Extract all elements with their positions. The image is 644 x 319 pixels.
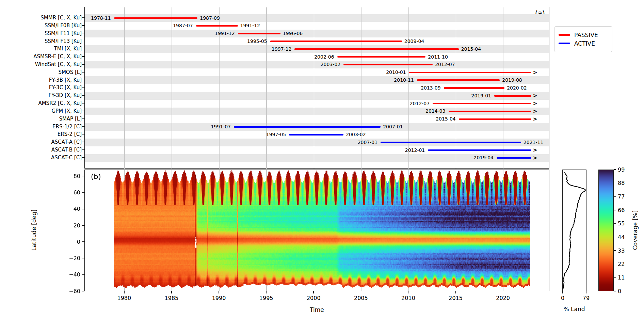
latitude-tick xyxy=(82,241,84,242)
mission-bar xyxy=(337,56,426,58)
mission-end-date: 1987-09 xyxy=(200,15,220,21)
legend-entry-passive: PASSIVE xyxy=(559,31,608,39)
time-tick xyxy=(313,291,314,293)
legend: PASSIVE ACTIVE xyxy=(554,26,612,52)
time-axis-label: Time xyxy=(310,306,324,313)
mission-start-date: 2010-01 xyxy=(386,69,406,75)
mission-bar xyxy=(196,25,238,27)
time-tick-label: 2000 xyxy=(307,295,321,301)
mission-bar xyxy=(114,17,198,19)
mission-start-date: 2012-01 xyxy=(405,147,425,153)
time-tick-label: 2020 xyxy=(496,295,510,301)
time-tick-label: 1990 xyxy=(212,295,226,301)
land-tick xyxy=(562,291,563,293)
latitude-tick-label: −40 xyxy=(69,271,80,278)
colorbar-tick xyxy=(614,169,616,170)
legend-active-label: ACTIVE xyxy=(574,40,595,47)
grid-line xyxy=(314,7,314,169)
land-tick xyxy=(586,291,586,293)
mission-start-date: 2019-01 xyxy=(471,93,492,99)
mission-row-stripe xyxy=(85,30,549,37)
mission-end-date: 1996-06 xyxy=(283,30,303,36)
panel-b-coverage-heatmap: (b) xyxy=(84,170,549,291)
colorbar-tick-label: 66 xyxy=(618,207,625,213)
colorbar-tick-label: 44 xyxy=(618,234,625,240)
mission-start-date: 2013-09 xyxy=(421,85,441,91)
active-line-swatch xyxy=(559,43,570,44)
mission-start-date: 1978-11 xyxy=(91,15,111,21)
time-tick xyxy=(408,291,409,293)
ongoing-arrow: > xyxy=(533,116,537,122)
mission-bar xyxy=(428,149,531,151)
latitude-tick xyxy=(82,209,84,209)
time-tick xyxy=(361,291,361,293)
colorbar-tick xyxy=(614,237,616,238)
mission-start-date: 2007-01 xyxy=(358,139,378,145)
latitude-tick xyxy=(82,274,84,275)
legend-entry-active: ACTIVE xyxy=(559,39,608,48)
mission-start-date: 1997-05 xyxy=(266,131,286,138)
ongoing-arrow: > xyxy=(533,109,537,114)
ongoing-arrow: > xyxy=(533,101,537,106)
land-axis-label: % Land xyxy=(563,306,585,313)
row-tick xyxy=(82,142,84,142)
latitude-tick-label: 40 xyxy=(74,206,80,212)
row-tick xyxy=(82,111,84,111)
coverage-heatmap-canvas xyxy=(85,170,549,291)
colorbar-canvas xyxy=(599,170,613,291)
time-tick-label: 2015 xyxy=(449,295,463,301)
mission-start-date: 2015-04 xyxy=(436,116,456,122)
colorbar-tick xyxy=(614,250,616,251)
ongoing-arrow: > xyxy=(533,93,537,98)
row-tick xyxy=(82,41,84,42)
grid-line xyxy=(266,7,267,169)
row-tick xyxy=(82,64,84,65)
mission-row-label: FY-3C [X, Ku] xyxy=(49,84,82,91)
time-tick-label: 1980 xyxy=(117,295,131,301)
colorbar xyxy=(598,170,614,291)
mission-start-date: 2002-06 xyxy=(314,54,334,60)
mission-end-date: 2021-11 xyxy=(524,139,544,145)
mission-row-label: SSM/I F08 [Ku] xyxy=(45,22,82,29)
mission-start-date: 1991-07 xyxy=(211,124,231,130)
mission-bar xyxy=(449,111,531,112)
colorbar-tick xyxy=(614,196,616,197)
mission-row-label: SSM/I F11 [Ku] xyxy=(45,30,82,36)
colorbar-tick-label: 88 xyxy=(618,180,625,186)
mission-start-date: 2012-07 xyxy=(410,100,430,107)
mission-row-label: ERS-2 [C] xyxy=(58,131,82,137)
row-tick xyxy=(82,25,84,26)
row-tick xyxy=(82,87,84,88)
mission-bar xyxy=(381,142,521,143)
panel-a-mission-timeline: (a) 1978-111987-091987-071991-121991-121… xyxy=(84,7,549,169)
mission-end-date: 1991-12 xyxy=(240,22,260,29)
grid-line xyxy=(124,7,125,169)
mission-bar xyxy=(444,87,505,89)
latitude-tick-label: −20 xyxy=(69,255,80,261)
mission-row-label: ERS-1/2 [C] xyxy=(52,124,82,130)
legend-passive-label: PASSIVE xyxy=(574,32,598,38)
colorbar-tick-label: 77 xyxy=(618,193,625,200)
colorbar-tick xyxy=(614,264,616,265)
latitude-tick xyxy=(82,225,84,226)
time-tick xyxy=(455,291,456,293)
latitude-tick-label: 80 xyxy=(74,173,80,179)
passive-line-swatch xyxy=(559,34,570,36)
latitude-tick-label: −60 xyxy=(69,288,80,294)
ongoing-arrow: > xyxy=(533,70,537,75)
colorbar-tick-label: 11 xyxy=(618,274,625,281)
row-tick xyxy=(82,33,84,34)
latitude-tick-label: 20 xyxy=(74,222,80,229)
mission-end-date: 2007-01 xyxy=(383,124,403,130)
ongoing-arrow: > xyxy=(533,155,537,161)
mission-start-date: 1991-12 xyxy=(215,30,235,36)
mission-bar xyxy=(409,72,531,74)
mission-row-label: ASCAT-A [C] xyxy=(51,139,82,145)
row-tick xyxy=(82,157,84,158)
mission-bar xyxy=(270,41,402,42)
mission-end-date: 2019-08 xyxy=(502,77,522,83)
colorbar-tick xyxy=(614,223,616,224)
latitude-tick-label: 60 xyxy=(74,189,80,196)
latitude-axis-label: Latitude [deg] xyxy=(31,210,37,251)
colorbar-tick-label: 0 xyxy=(618,288,621,294)
